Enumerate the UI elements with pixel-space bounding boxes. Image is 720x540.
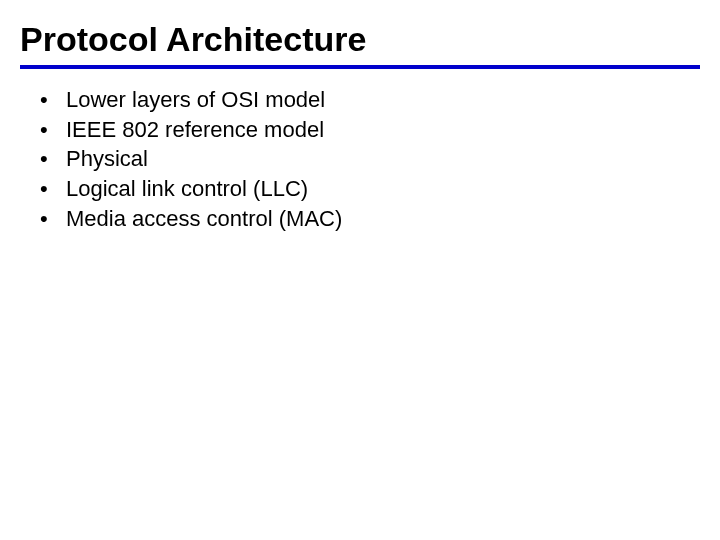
list-item: Physical xyxy=(40,144,700,174)
list-item: Logical link control (LLC) xyxy=(40,174,700,204)
title-underline xyxy=(20,65,700,69)
list-item: Lower layers of OSI model xyxy=(40,85,700,115)
list-item: IEEE 802 reference model xyxy=(40,115,700,145)
bullet-list: Lower layers of OSI model IEEE 802 refer… xyxy=(20,85,700,233)
slide-title: Protocol Architecture xyxy=(20,20,700,59)
list-item: Media access control (MAC) xyxy=(40,204,700,234)
